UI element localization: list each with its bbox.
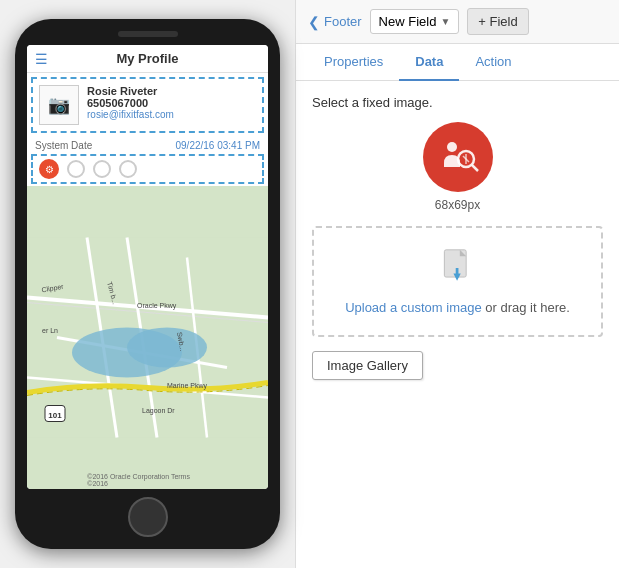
system-date-label: System Date bbox=[35, 140, 92, 151]
phone-panel: ☰ My Profile 📷 Rosie Riveter 6505067000 … bbox=[0, 0, 295, 568]
pin-icon: ⚙ bbox=[45, 164, 54, 175]
tab-data[interactable]: Data bbox=[399, 44, 459, 81]
chevron-left-icon: ❮ bbox=[308, 14, 320, 30]
screen-header: ☰ My Profile bbox=[27, 45, 268, 73]
svg-text:101: 101 bbox=[48, 411, 62, 420]
add-field-label: + Field bbox=[478, 14, 517, 29]
circle-btn-2[interactable] bbox=[93, 160, 111, 178]
image-size-label: 68x69px bbox=[435, 198, 480, 212]
profile-email: rosie@ifixitfast.com bbox=[87, 109, 256, 120]
profile-name: Rosie Riveter bbox=[87, 85, 256, 97]
circle-btn-1[interactable] bbox=[67, 160, 85, 178]
toolbar: ❮ Footer New Field ▼ + Field bbox=[296, 0, 619, 44]
upload-text: Upload a custom image or drag it here. bbox=[334, 300, 581, 315]
tab-action[interactable]: Action bbox=[459, 44, 527, 81]
system-date-row: System Date 09/22/16 03:41 PM bbox=[27, 137, 268, 154]
circle-btn-3[interactable] bbox=[119, 160, 137, 178]
profile-phone: 6505067000 bbox=[87, 97, 256, 109]
image-gallery-button[interactable]: Image Gallery bbox=[312, 351, 423, 380]
dropdown-label: New Field bbox=[379, 14, 437, 29]
selected-image-circle[interactable] bbox=[423, 122, 493, 192]
tabs: Properties Data Action bbox=[296, 44, 619, 81]
svg-text:Marine Pkwy: Marine Pkwy bbox=[167, 382, 208, 390]
upload-drag-text: or drag it here. bbox=[482, 300, 570, 315]
upload-link[interactable]: Upload a custom image bbox=[345, 300, 482, 315]
map-copyright: ©2016 Oracle Corporation Terms ©2016 bbox=[87, 473, 208, 487]
phone-speaker bbox=[118, 31, 178, 37]
back-label: Footer bbox=[324, 14, 362, 29]
screen-title: My Profile bbox=[116, 51, 178, 66]
profile-image: 📷 bbox=[39, 85, 79, 125]
add-field-button[interactable]: + Field bbox=[467, 8, 528, 35]
image-gallery-label: Image Gallery bbox=[327, 358, 408, 373]
profile-section: 📷 Rosie Riveter 6505067000 rosie@ifixitf… bbox=[31, 77, 264, 133]
svg-text:er Ln: er Ln bbox=[42, 327, 58, 334]
phone-body: ☰ My Profile 📷 Rosie Riveter 6505067000 … bbox=[15, 19, 280, 549]
chevron-down-icon: ▼ bbox=[440, 16, 450, 27]
system-date-value: 09/22/16 03:41 PM bbox=[175, 140, 260, 151]
location-pin: ⚙ bbox=[39, 159, 59, 179]
new-field-dropdown[interactable]: New Field ▼ bbox=[370, 9, 460, 34]
section-label: Select a fixed image. bbox=[312, 95, 603, 110]
svg-rect-27 bbox=[455, 268, 458, 275]
svg-text:Oracle Pkwy: Oracle Pkwy bbox=[137, 302, 177, 310]
upload-area[interactable]: Upload a custom image or drag it here. bbox=[312, 226, 603, 337]
phone-screen: ☰ My Profile 📷 Rosie Riveter 6505067000 … bbox=[27, 45, 268, 489]
svg-point-9 bbox=[127, 328, 207, 368]
svg-point-19 bbox=[447, 142, 457, 152]
map-area: 101 Clipper er Ln Tim b... Oracle Pkwy S… bbox=[27, 186, 268, 489]
upload-icon-wrapper bbox=[334, 248, 581, 292]
right-panel: ❮ Footer New Field ▼ + Field Properties … bbox=[295, 0, 619, 568]
content-area: Select a fixed image. 68x69px bbox=[296, 81, 619, 568]
phone-home-button[interactable] bbox=[128, 497, 168, 537]
svg-text:Lagoon Dr: Lagoon Dr bbox=[142, 407, 175, 415]
back-button[interactable]: ❮ Footer bbox=[308, 14, 362, 30]
profile-info: Rosie Riveter 6505067000 rosie@ifixitfas… bbox=[87, 85, 256, 120]
svg-line-21 bbox=[472, 165, 478, 171]
tab-properties[interactable]: Properties bbox=[308, 44, 399, 81]
bottom-section: ⚙ bbox=[31, 154, 264, 184]
selected-image-wrapper: 68x69px bbox=[312, 122, 603, 212]
hamburger-icon[interactable]: ☰ bbox=[35, 51, 48, 67]
profile-image-icon: 📷 bbox=[48, 94, 70, 116]
